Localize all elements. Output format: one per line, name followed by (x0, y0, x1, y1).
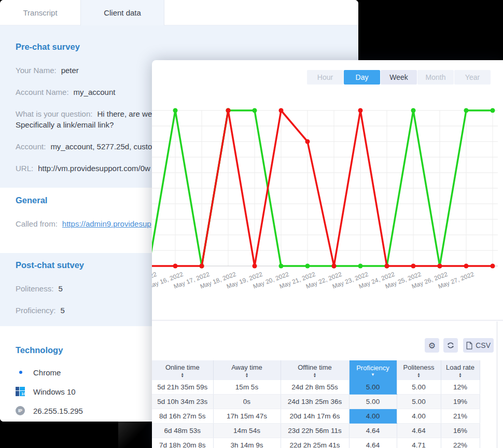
technology-label: Windows 10 (33, 387, 76, 396)
popup-scrollbar-track[interactable] (497, 321, 497, 448)
column-header-label: Proficiency (356, 364, 389, 372)
field-value: 5 (58, 284, 62, 293)
table-cell: 7d 18h 20m 8s (152, 438, 213, 448)
green-data-point (279, 264, 284, 269)
export-csv-button[interactable]: CSV (463, 338, 494, 353)
table-cell: 4.64 (349, 438, 397, 448)
red-data-point (305, 139, 310, 144)
popup-divider (152, 320, 503, 320)
refresh-button[interactable] (443, 338, 458, 353)
column-header-proficiency[interactable]: Proficiency▼ (349, 360, 397, 380)
table-row: 8d 16h 27m 5s17h 15m 47s20d 14h 17m 6s4.… (152, 409, 480, 424)
tab-transcript[interactable]: Transcript (0, 0, 80, 25)
red-data-point (358, 108, 363, 113)
table-cell: 22% (441, 438, 480, 448)
range-tab-hour[interactable]: Hour (307, 70, 343, 85)
statistics-popup: HourDayWeekMonthYear May 15, 2022May 16,… (152, 60, 503, 448)
table-cell: 5d 10h 34m 23s (152, 395, 213, 409)
background-decoration (118, 422, 153, 448)
sort-both-icon: ▲▼ (152, 372, 213, 377)
table-cell: 5.00 (397, 395, 441, 409)
table-cell: 12% (441, 380, 480, 395)
red-data-point (464, 264, 469, 269)
field-label: Proficiency: (16, 306, 56, 315)
agent-stats-table: Online time▲▼Away time▲▼Offline time▲▼Pr… (152, 360, 480, 448)
called-from-link[interactable]: https://admin9.providesup (62, 219, 151, 228)
range-tab-week[interactable]: Week (381, 70, 417, 85)
csv-button-label: CSV (476, 341, 491, 349)
column-header-label: Online time (165, 363, 200, 371)
red-data-point (491, 264, 495, 269)
field-label: URL: (16, 164, 33, 173)
table-cell: 21% (441, 409, 480, 424)
red-data-point (279, 108, 284, 113)
ip-icon: IP (16, 405, 26, 416)
column-header-politeness[interactable]: Politeness▲▼ (397, 360, 441, 380)
table-cell: 8d 16h 27m 5s (152, 409, 213, 424)
column-header-label: Politeness (403, 363, 435, 371)
column-header-offline-time[interactable]: Offline time▲▼ (281, 360, 349, 380)
refresh-icon (446, 341, 455, 349)
field-value: http://vm.providesupport.com/0w (38, 164, 150, 173)
sort-both-icon: ▲▼ (281, 372, 349, 377)
csv-file-icon (466, 341, 472, 350)
technology-label: Chrome (33, 368, 61, 377)
pre-chat-survey-title: Pre-chat survey (16, 25, 343, 52)
field-label: Your Name: (16, 66, 57, 75)
table-cell: 5.00 (397, 380, 441, 395)
windows-icon: 10 (16, 386, 26, 397)
column-header-online-time[interactable]: Online time▲▼ (152, 360, 213, 380)
table-cell: 24d 13h 25m 36s (281, 395, 349, 409)
details-tab-bar: Transcript Client data (0, 0, 358, 25)
table-cell: 6d 48m 53s (152, 424, 213, 438)
desktop: { "left_panel": { "tabs": [ {"label": "T… (0, 0, 503, 448)
green-data-point (358, 264, 363, 269)
table-row: 7d 18h 20m 8s3h 14m 9s22d 2h 25m 41s4.64… (152, 438, 480, 448)
table-row: 6d 48m 53s14m 54s23d 22h 56m 11s4.644.64… (152, 424, 480, 438)
range-tab-month[interactable]: Month (417, 70, 454, 85)
field-value: my_account, 5277.25d, custor (50, 142, 155, 151)
field-label: Account Name: (16, 88, 69, 96)
activity-line-chart: May 15, 2022May 16, 2022May 17, 2022May … (152, 91, 503, 304)
table-cell: 19% (441, 395, 480, 409)
settings-button[interactable]: ⚙ (425, 338, 439, 353)
column-header-label: Away time (231, 363, 262, 371)
table-row: 5d 10h 34m 23s0s24d 13h 25m 36s5.005.001… (152, 395, 480, 409)
table-cell: 16% (441, 424, 480, 438)
column-header-load-rate[interactable]: Load rate▲▼ (441, 360, 480, 380)
red-data-point (332, 264, 337, 269)
column-header-away-time[interactable]: Away time▲▼ (213, 360, 281, 380)
table-cell: 22d 2h 25m 41s (281, 438, 349, 448)
column-header-label: Offline time (298, 363, 332, 371)
range-tab-year[interactable]: Year (454, 70, 491, 85)
sort-both-icon: ▲▼ (441, 372, 480, 377)
column-header-label: Load rate (446, 363, 474, 371)
tab-client-data[interactable]: Client data (80, 0, 164, 25)
table-cell: 5.00 (349, 395, 397, 409)
field-value: peter (61, 66, 79, 75)
red-data-point (173, 264, 178, 269)
green-data-point (173, 108, 178, 113)
table-cell: 17h 15m 47s (213, 409, 281, 424)
field-value: Hi there, are we (97, 109, 152, 118)
table-row: 5d 21h 35m 59s15m 5s24d 2h 8m 55s5.005.0… (152, 380, 480, 395)
table-cell: 14m 54s (213, 424, 281, 438)
table-cell: 4.00 (397, 409, 441, 424)
green-data-point (411, 108, 416, 113)
field-value-line2: Specifically a link/email link? (16, 120, 114, 129)
red-data-point (226, 108, 231, 113)
table-cell: 23d 22h 56m 11s (281, 424, 349, 438)
gear-icon: ⚙ (428, 341, 436, 351)
red-data-point (385, 264, 389, 269)
range-tab-day[interactable]: Day (344, 70, 380, 85)
red-data-point (200, 264, 204, 269)
sort-desc-icon: ▼ (350, 373, 397, 376)
green-data-point (491, 108, 495, 113)
field-value: my_account (74, 88, 116, 96)
table-cell: 20d 14h 17m 6s (281, 409, 349, 424)
table-cell: 4.00 (349, 409, 397, 424)
sort-both-icon: ▲▼ (214, 372, 281, 377)
red-data-point (438, 264, 442, 269)
red-data-point (253, 264, 257, 269)
technology-label: 26.255.15.295 (33, 407, 83, 415)
